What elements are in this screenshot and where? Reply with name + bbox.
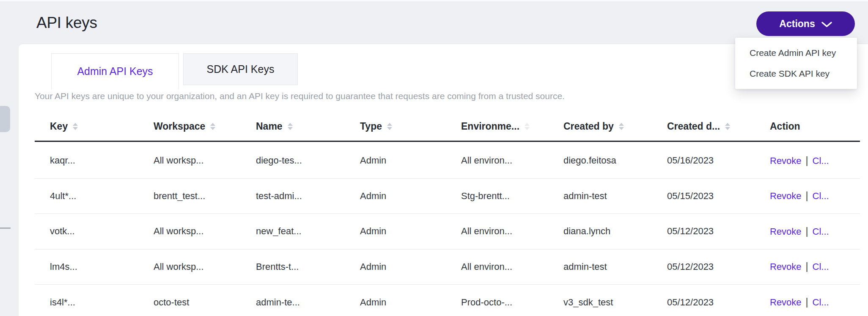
sort-icon (210, 123, 215, 130)
revoke-link[interactable]: Revoke (770, 191, 802, 201)
revoke-link[interactable]: Revoke (770, 261, 802, 272)
cell-created-date: 05/12/2023 (667, 226, 770, 237)
column-header-label: Environme... (461, 121, 519, 132)
dropdown-item-create-sdk-api-key[interactable]: Create SDK API key (735, 63, 857, 84)
cell-created-by: diana.lynch (563, 226, 667, 237)
tab-admin-api-keys[interactable]: Admin API Keys (51, 53, 179, 89)
sort-icon (73, 123, 78, 130)
column-header-environment[interactable]: Environme... (461, 121, 563, 132)
column-header-name[interactable]: Name (256, 121, 360, 132)
column-header-label: Name (256, 121, 283, 132)
cell-action: Revoke|Cl... (770, 297, 860, 308)
cell-key: is4l*... (50, 297, 154, 308)
cell-environment: All environ... (461, 155, 563, 166)
cell-name: test-admi... (256, 191, 360, 202)
cell-name: diego-tes... (256, 155, 360, 166)
table-header-row: Key Workspace Name Type Environme... Cre… (35, 112, 860, 142)
cell-key: kaqr... (50, 155, 154, 166)
clone-link[interactable]: Cl... (813, 261, 829, 272)
sort-icon (525, 123, 530, 130)
action-separator: | (806, 261, 808, 272)
column-header-label: Created d... (667, 121, 720, 132)
cell-name: new_feat... (256, 226, 360, 237)
cell-action: Revoke|Cl... (770, 226, 860, 237)
chevron-down-icon (821, 20, 832, 28)
cell-workspace: octo-test (154, 297, 256, 308)
left-resize-divider[interactable] (0, 227, 11, 229)
column-header-created-date[interactable]: Created d... (667, 121, 770, 132)
cell-workspace: All worksp... (154, 226, 256, 237)
clone-link[interactable]: Cl... (813, 191, 829, 201)
actions-dropdown: Create Admin API key Create SDK API key (735, 38, 857, 89)
revoke-link[interactable]: Revoke (770, 155, 802, 166)
action-separator: | (806, 155, 808, 166)
cell-type: Admin (360, 297, 461, 308)
cell-type: Admin (360, 155, 461, 166)
sort-icon (619, 123, 624, 130)
action-separator: | (806, 226, 808, 237)
page-title: API keys (36, 14, 97, 32)
sort-icon (387, 123, 392, 130)
cell-created-by: admin-test (563, 261, 667, 272)
column-header-label: Created by (563, 121, 614, 132)
clone-link[interactable]: Cl... (813, 155, 829, 166)
cell-action: Revoke|Cl... (770, 155, 860, 166)
revoke-link[interactable]: Revoke (770, 297, 802, 308)
cell-key: lm4s... (50, 261, 154, 272)
cell-name: Brentts-t... (256, 261, 360, 272)
table-row: 4ult*... brentt_test... test-admi... Adm… (35, 179, 860, 214)
sort-icon (725, 123, 730, 130)
cell-name: admin-te... (256, 297, 360, 308)
column-header-label: Key (50, 121, 68, 132)
column-header-label: Workspace (154, 121, 205, 132)
cell-environment: Stg-brentt... (461, 191, 563, 202)
column-header-action: Action (770, 121, 860, 132)
tab-sdk-api-keys[interactable]: SDK API Keys (183, 53, 298, 85)
cell-key: votk... (50, 226, 154, 237)
cell-created-date: 05/12/2023 (667, 297, 770, 308)
cell-created-date: 05/16/2023 (667, 155, 770, 166)
table-row: lm4s... All worksp... Brentts-t... Admin… (35, 249, 860, 285)
column-header-workspace[interactable]: Workspace (154, 121, 256, 132)
cell-created-by: admin-test (563, 191, 667, 202)
cell-workspace: All worksp... (154, 155, 256, 166)
cell-created-date: 05/15/2023 (667, 191, 770, 202)
drawer-handle[interactable] (0, 106, 10, 132)
column-header-created-by[interactable]: Created by (563, 121, 667, 132)
dropdown-item-create-admin-api-key[interactable]: Create Admin API key (735, 42, 857, 63)
action-separator: | (806, 190, 808, 201)
cell-created-by: diego.feitosa (563, 155, 667, 166)
cell-workspace: All worksp... (154, 261, 256, 272)
cell-environment: Prod-octo-... (461, 297, 563, 308)
clone-link[interactable]: Cl... (813, 297, 829, 308)
column-header-key[interactable]: Key (50, 121, 154, 132)
table-body: kaqr... All worksp... diego-tes... Admin… (35, 143, 860, 316)
revoke-link[interactable]: Revoke (770, 226, 802, 237)
cell-workspace: brentt_test... (154, 191, 256, 202)
sort-icon (288, 123, 293, 130)
cell-type: Admin (360, 191, 461, 202)
table-row: is4l*... octo-test admin-te... Admin Pro… (35, 285, 860, 316)
column-header-label: Action (770, 121, 800, 132)
api-keys-description: Your API keys are unique to your organiz… (35, 91, 565, 101)
cell-created-by: v3_sdk_test (563, 297, 667, 308)
column-header-label: Type (360, 121, 382, 132)
cell-action: Revoke|Cl... (770, 261, 860, 272)
cell-type: Admin (360, 226, 461, 237)
cell-action: Revoke|Cl... (770, 190, 860, 202)
actions-button[interactable]: Actions (756, 11, 855, 36)
window-top-hairline (0, 0, 868, 1)
actions-button-label: Actions (779, 18, 815, 30)
cell-environment: All environ... (461, 261, 563, 272)
cell-key: 4ult*... (50, 191, 154, 202)
clone-link[interactable]: Cl... (813, 226, 829, 237)
cell-created-date: 05/12/2023 (667, 261, 770, 272)
table-row: votk... All worksp... new_feat... Admin … (35, 214, 860, 249)
cell-environment: All environ... (461, 226, 563, 237)
action-separator: | (806, 297, 808, 308)
table-row: kaqr... All worksp... diego-tes... Admin… (35, 143, 860, 179)
cell-type: Admin (360, 261, 461, 272)
column-header-type[interactable]: Type (360, 121, 461, 132)
